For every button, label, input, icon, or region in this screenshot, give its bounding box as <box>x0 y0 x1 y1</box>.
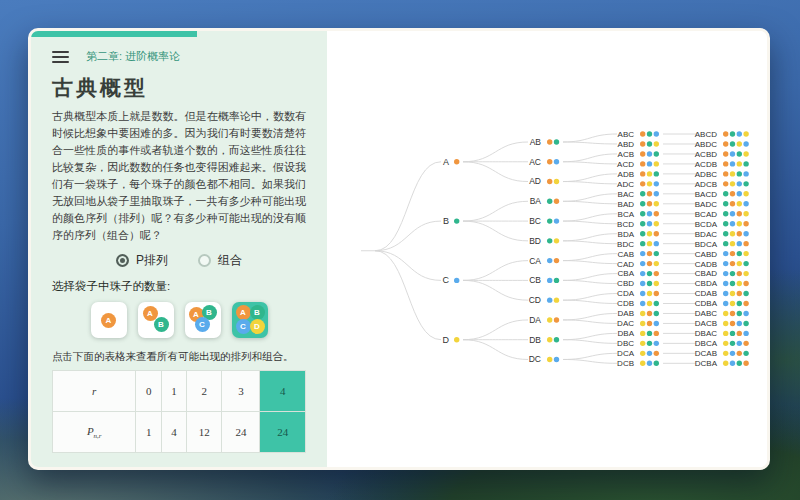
tree-node-ABDC: ABDC <box>695 140 749 149</box>
svg-text:DCA: DCA <box>617 349 635 358</box>
tree-node-DBA: DBA <box>618 329 659 338</box>
tree-node-BADC: BADC <box>695 200 749 209</box>
svg-text:ABC: ABC <box>618 130 635 139</box>
svg-text:DBA: DBA <box>618 329 635 338</box>
svg-text:BDC: BDC <box>617 240 634 249</box>
svg-text:ACD: ACD <box>617 160 634 169</box>
tree-node-DAC: DAC <box>617 319 659 328</box>
bead-B: B <box>250 305 265 320</box>
svg-text:CDA: CDA <box>617 289 635 298</box>
radio-label: 组合 <box>218 252 242 269</box>
svg-text:ABD: ABD <box>618 140 635 149</box>
svg-text:DCAB: DCAB <box>695 349 717 358</box>
tree-node-CBDA: CBDA <box>695 279 749 288</box>
tree-node-DBC: DBC <box>617 339 659 348</box>
tree-node-DACB: DACB <box>695 319 749 328</box>
radio-dot[interactable] <box>116 254 129 267</box>
tree-node-BA: BA <box>530 196 560 206</box>
app-window: 第二章: 进阶概率论 古典概型 古典概型本质上就是数数。但是在概率论中，数数有时… <box>28 28 770 470</box>
tree-node-CDAB: CDAB <box>695 289 749 298</box>
tree-node-BAD: BAD <box>618 200 659 209</box>
tree-node-CBAD: CBAD <box>695 269 749 278</box>
table-cell[interactable]: 3 <box>222 371 260 412</box>
svg-text:BCAD: BCAD <box>695 210 717 219</box>
svg-text:CAD: CAD <box>617 260 634 269</box>
tree-node-BDCA: BDCA <box>695 240 749 249</box>
table-cell[interactable]: 24 <box>222 412 260 453</box>
svg-text:ADCB: ADCB <box>695 180 717 189</box>
tree-node-CAD: CAD <box>617 260 659 269</box>
svg-text:BDCA: BDCA <box>695 240 718 249</box>
tree-node-BC: BC <box>529 216 559 226</box>
table-cell[interactable]: 1 <box>161 371 186 412</box>
mode-radio-group: P排列组合 <box>52 252 306 269</box>
tree-node-B: B <box>443 216 459 226</box>
svg-text:BACD: BACD <box>695 190 717 199</box>
svg-text:BCDA: BCDA <box>695 220 718 229</box>
svg-text:CDAB: CDAB <box>695 289 717 298</box>
table-cell[interactable]: 2 <box>187 371 222 412</box>
svg-text:CDBA: CDBA <box>695 299 718 308</box>
table-row-header: r <box>53 371 136 412</box>
tree-node-DA: DA <box>529 315 559 325</box>
svg-text:C: C <box>443 275 450 285</box>
svg-text:DBCA: DBCA <box>695 339 718 348</box>
svg-text:DBAC: DBAC <box>695 329 717 338</box>
svg-text:CBDA: CBDA <box>695 279 718 288</box>
tree-node-CB: CB <box>529 275 559 285</box>
svg-text:CBA: CBA <box>618 269 635 278</box>
svg-text:DCB: DCB <box>617 359 634 368</box>
svg-text:AD: AD <box>529 176 541 186</box>
tree-node-BACD: BACD <box>695 190 749 199</box>
tree-panel: ABCDABACADBABCBDCACBCDDADBDCABCABDACBACD… <box>327 31 767 467</box>
table-cell[interactable]: 12 <box>187 412 222 453</box>
tree-node-CDBA: CDBA <box>695 299 749 308</box>
bead-count-button-4[interactable]: ABCD <box>232 302 268 338</box>
radio-option-combination[interactable]: 组合 <box>198 252 242 269</box>
tree-node-DB: DB <box>529 335 559 345</box>
tree-node-BCAD: BCAD <box>695 210 749 219</box>
radio-dot[interactable] <box>198 254 211 267</box>
bead-count-button-3[interactable]: ABC <box>185 302 221 338</box>
bead-count-button-2[interactable]: AB <box>138 302 174 338</box>
bead-A: A <box>101 313 116 328</box>
svg-text:CBD: CBD <box>617 279 634 288</box>
radio-option-permutation[interactable]: P排列 <box>116 252 168 269</box>
tree-node-ADCB: ADCB <box>695 180 749 189</box>
svg-text:ADB: ADB <box>618 170 634 179</box>
svg-text:ABCD: ABCD <box>695 130 717 139</box>
svg-text:AC: AC <box>529 157 541 167</box>
table-cell[interactable]: 4 <box>161 412 186 453</box>
table-cell[interactable]: 4 <box>260 371 306 412</box>
tree-node-BAC: BAC <box>618 190 659 199</box>
bead-C: C <box>236 319 251 334</box>
tree-node-DCA: DCA <box>617 349 659 358</box>
tree-node-BDAC: BDAC <box>695 230 749 239</box>
tree-node-ACBD: ACBD <box>695 150 749 159</box>
svg-text:DAC: DAC <box>617 319 634 328</box>
bead-count-button-1[interactable]: A <box>91 302 127 338</box>
intro-paragraph: 古典概型本质上就是数数。但是在概率论中，数数有时候比想象中要困难的多。因为我们有… <box>52 108 306 244</box>
svg-text:BAC: BAC <box>618 190 635 199</box>
svg-text:BD: BD <box>529 236 541 246</box>
tree-node-CBD: CBD <box>617 279 659 288</box>
tree-node-DBAC: DBAC <box>695 329 749 338</box>
svg-text:BDA: BDA <box>618 230 635 239</box>
table-cell[interactable]: 1 <box>136 412 161 453</box>
table-row[interactable]: Pn,r14122424 <box>53 412 306 453</box>
table-row[interactable]: r01234 <box>53 371 306 412</box>
tree-node-D: D <box>443 335 460 345</box>
tree-node-BCD: BCD <box>617 220 659 229</box>
table-cell[interactable]: 0 <box>136 371 161 412</box>
svg-text:BAD: BAD <box>618 200 635 209</box>
table-cell[interactable]: 24 <box>260 412 306 453</box>
svg-text:CA: CA <box>529 256 541 266</box>
menu-icon[interactable] <box>52 51 69 63</box>
permutation-table[interactable]: r01234Pn,r14122424 <box>52 370 306 453</box>
page-title: 古典概型 <box>52 74 306 102</box>
svg-text:BC: BC <box>529 216 541 226</box>
tree-node-AB: AB <box>530 137 560 147</box>
svg-text:CD: CD <box>529 295 541 305</box>
svg-text:CDB: CDB <box>617 299 634 308</box>
tree-node-DCBA: DCBA <box>695 359 749 368</box>
